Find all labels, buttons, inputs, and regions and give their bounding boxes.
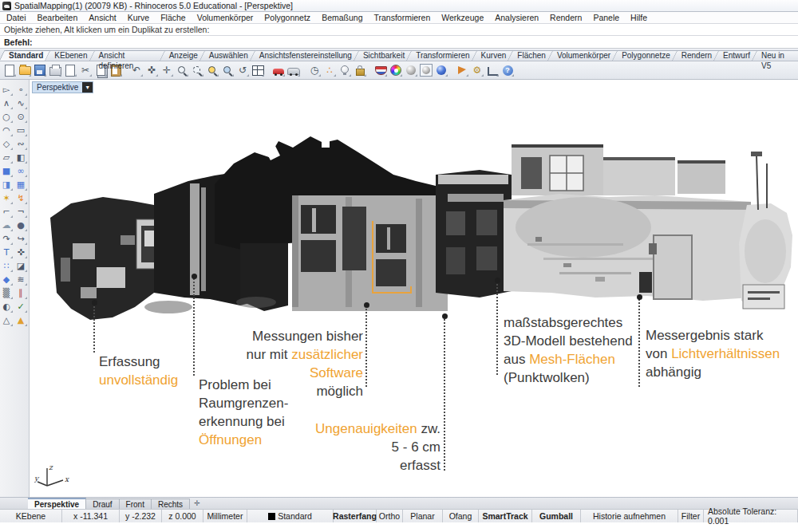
menu-kurve[interactable]: Kurve [128,13,149,22]
history-button[interactable]: ◷ [307,63,322,77]
pyramid-tool-icon[interactable]: ▲ [14,313,27,326]
plane-tool-icon[interactable]: ◪ [14,259,27,272]
patch-tool-icon[interactable]: ◧ [14,151,27,164]
command-input[interactable] [35,37,794,47]
point-cloud-tool-icon[interactable]: ☁ [0,219,13,231]
explode-tool-icon[interactable]: ↯ [14,191,27,204]
layer-stack-tool-icon[interactable]: ≋ [14,273,27,286]
sphere-dark-tool-icon[interactable]: ● [14,219,27,231]
solid-tool-icon[interactable]: ◆ [0,273,13,286]
menu-bearbeiten[interactable]: Bearbeiten [38,13,78,22]
ribbon-tab-anzeige[interactable]: Anzeige [162,50,205,61]
drive-mode-button[interactable] [271,63,286,77]
mesh-tool-icon[interactable]: ▦ [14,178,27,191]
viewport-tab-rechts[interactable]: Rechts [152,499,190,509]
cplane-pane[interactable]: KEbene [0,510,62,522]
filter-pane[interactable]: Filter [678,510,704,522]
menu-ansicht[interactable]: Ansicht [89,13,116,22]
surface-tool-icon[interactable]: ▱ [0,151,13,164]
gumball-toggle[interactable]: Gumball [532,510,581,522]
save-button[interactable] [33,63,47,77]
render-shell-button[interactable] [373,63,388,77]
menu-datei[interactable]: Datei [6,13,26,22]
check-tool-icon[interactable]: ✓ [14,300,27,313]
boolean-tool-icon[interactable]: ✶ [0,191,13,204]
rendered-view-button[interactable] [434,63,448,77]
ribbon-tab-volumenk-rper[interactable]: Volumenkörper [550,50,618,61]
ortho-toggle[interactable]: Ortho [377,510,403,522]
ribbon-tab-rendern[interactable]: Rendern [674,50,719,61]
viewport-title[interactable]: Perspektive ▼ [32,81,93,93]
lock-button[interactable] [353,63,367,77]
circle-tool-icon[interactable]: ○ [0,110,13,123]
rectangle-tool-icon[interactable]: ▭ [14,124,27,136]
open-file-button[interactable] [18,63,32,77]
ribbon-tab-polygonnetze[interactable]: Polygonnetze [614,50,678,61]
smarttrack-toggle[interactable]: SmartTrack [479,510,532,522]
pan-view-button[interactable]: ✜ [144,63,159,77]
rotate-tool-icon[interactable]: ↷ [0,232,13,245]
shaded-view-button[interactable] [404,63,418,77]
zoom-extents-button[interactable] [220,63,235,77]
viewport-tab-perspektive[interactable]: Perspektive [28,498,86,509]
freeform-curve-tool-icon[interactable]: ∾ [14,137,27,150]
menu-werkzeuge[interactable]: Werkzeuge [441,13,484,22]
zoom-button[interactable] [175,63,189,77]
pipe-tool-icon[interactable]: ∥ [14,286,27,299]
text-tool-icon[interactable]: T [0,246,13,258]
box-tool-icon[interactable]: ■ [0,164,13,177]
cylinder-tool-icon[interactable]: ◨ [0,178,13,191]
menu-volumenk-rper[interactable]: Volumenkörper [197,13,254,22]
extrude-tool-icon[interactable]: △ [0,313,13,326]
menu-rendern[interactable]: Rendern [550,13,582,22]
new-file-button[interactable] [2,63,17,77]
lamp-button[interactable] [338,63,352,77]
ribbon-tab-neu-in-v5[interactable]: Neu in V5 [754,50,798,61]
ghosted-view-button[interactable] [419,63,433,77]
ribbon-tab-transformieren[interactable]: Transformieren [409,50,476,61]
viewport-tab-front[interactable]: Front [120,499,152,509]
fillet-tool-icon[interactable]: ⌐ [0,205,13,218]
bend-tool-icon[interactable]: ↪ [14,232,27,245]
help-button[interactable] [500,63,515,77]
layer-pane[interactable]: Standard [247,510,334,522]
polygon-tool-icon[interactable]: ◇ [0,137,13,150]
ribbon-tab-entwurf[interactable]: Entwurf [716,50,757,61]
menu-bema-ung[interactable]: Bemaßung [322,13,362,22]
paint-tool-icon[interactable]: ◐ [0,300,13,313]
control-curve-tool-icon[interactable]: ∿ [14,97,27,109]
cut-button[interactable]: ✂ [78,63,93,77]
ribbon-tab-ansichtsfenstereinstellung[interactable]: Ansichtsfenstereinstellung [252,50,359,61]
grid-tool-icon[interactable]: ▒ [0,286,13,299]
planar-toggle[interactable]: Planar [403,510,443,522]
undo-view-button[interactable]: ↺ [235,63,250,77]
zoom-window-button[interactable] [190,63,204,77]
ribbon-tab-sichtbarkeit[interactable]: Sichtbarkeit [356,50,412,61]
move-view-button[interactable]: ✛ [160,63,174,77]
new-viewport-tab-button[interactable]: ✛ [190,498,204,509]
viewport-tab-drauf[interactable]: Drauf [86,499,119,509]
menu-polygonnetz[interactable]: Polygonnetz [264,13,310,22]
print-button[interactable] [48,63,62,77]
ribbon-tab-standard[interactable]: Standard [2,50,50,61]
viewport-layout-button[interactable] [251,63,265,77]
grid-snap-toggle[interactable]: Rasterfang [334,510,377,522]
record-history-toggle[interactable]: Historie aufnehmen [581,510,678,522]
settings-button[interactable]: ⚙ [470,63,484,77]
move-points-tool-icon[interactable]: ✜ [14,246,27,258]
menu-fl-che[interactable]: Fläche [160,13,186,22]
perspective-viewport[interactable]: Perspektive ▼ [30,80,798,497]
ribbon-tab-ansicht-definieren[interactable]: Ansicht definieren [92,50,165,61]
ribbon-tab-ausw-hlen[interactable]: Auswählen [202,50,255,61]
chamfer-tool-icon[interactable]: ¬ [14,205,27,218]
color-wheel-button[interactable] [389,63,403,77]
ribbon-tab-fl-chen[interactable]: Flächen [510,50,553,61]
point-display-button[interactable]: ∴ [322,63,337,77]
render-flag-button[interactable] [455,63,469,77]
ribbon-tab-kebenen[interactable]: KEbenen [47,50,94,61]
polyline-tool-icon[interactable]: ∧ [0,97,13,109]
walk-mode-button[interactable] [286,63,301,77]
menu-analysieren[interactable]: Analysieren [495,13,539,22]
viewport-menu-caret-icon[interactable]: ▼ [82,82,93,93]
sphere-pair-tool-icon[interactable]: ∞ [14,164,27,177]
